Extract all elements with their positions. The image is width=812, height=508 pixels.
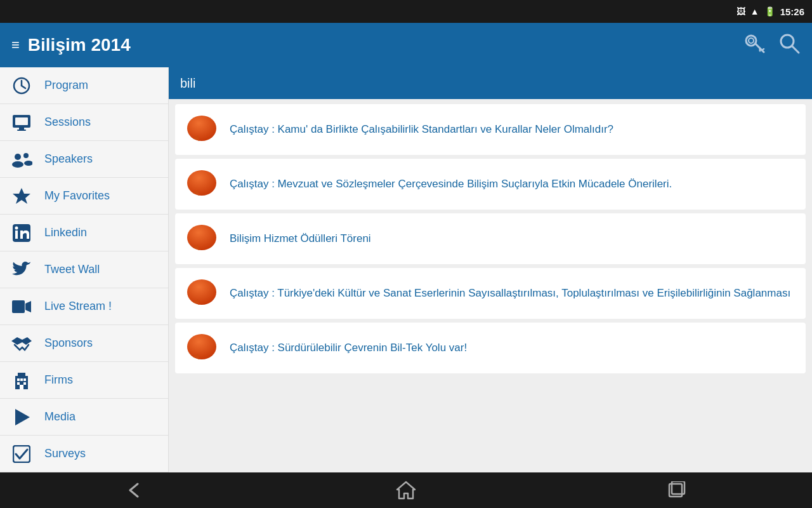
svg-point-1 xyxy=(749,38,754,43)
svg-line-9 xyxy=(22,86,25,88)
search-query[interactable]: bili xyxy=(180,76,195,91)
svg-point-43 xyxy=(187,279,216,305)
app-header: ≡ Bilişim 2014 xyxy=(0,23,812,67)
screen-icon xyxy=(10,114,33,131)
content-area: bili Çalışta xyxy=(169,67,812,472)
svg-point-37 xyxy=(187,116,216,141)
svg-rect-31 xyxy=(20,385,23,389)
sidebar-label-tweet-wall: Tweet Wall xyxy=(44,263,100,276)
chat-bubble-icon-2 xyxy=(185,168,218,201)
svg-rect-27 xyxy=(20,378,23,381)
sidebar-label-media: Media xyxy=(44,410,75,424)
sidebar-label-speakers: Speakers xyxy=(44,152,93,166)
sidebar-item-program[interactable]: Program xyxy=(0,67,168,104)
wifi-icon: ▲ xyxy=(750,6,759,17)
checkbox-icon xyxy=(10,445,33,463)
result-text-5: Çalıştay : Sürdürülebilir Çevrenin Bil-T… xyxy=(230,340,467,356)
sidebar-label-program: Program xyxy=(44,79,88,92)
result-item-4[interactable]: Çalıştay : Türkiye'deki Kültür ve Sanat … xyxy=(175,268,806,319)
sidebar-label-live-stream: Live Stream ! xyxy=(44,300,112,313)
svg-rect-25 xyxy=(18,373,25,377)
svg-point-45 xyxy=(187,334,216,359)
sidebar-item-live-stream[interactable]: Live Stream ! xyxy=(0,288,168,325)
hamburger-icon[interactable]: ≡ xyxy=(11,38,19,52)
svg-marker-18 xyxy=(13,188,30,204)
result-item-5[interactable]: Çalıştay : Sürdürülebilir Çevrenin Bil-T… xyxy=(175,323,806,373)
svg-marker-23 xyxy=(25,301,31,312)
gallery-icon: 🖼 xyxy=(737,6,745,17)
bottom-nav xyxy=(0,472,812,508)
svg-point-0 xyxy=(746,36,756,46)
svg-point-14 xyxy=(15,154,21,160)
svg-point-39 xyxy=(187,170,216,196)
recents-button[interactable] xyxy=(667,481,687,499)
svg-rect-11 xyxy=(15,117,28,125)
svg-rect-28 xyxy=(23,378,26,381)
sidebar-label-firms: Firms xyxy=(44,373,73,387)
linkedin-icon xyxy=(10,224,33,243)
building-icon xyxy=(10,371,33,390)
home-button[interactable] xyxy=(396,481,416,500)
chat-bubble-icon-3 xyxy=(185,222,218,255)
sidebar-item-media[interactable]: Media xyxy=(0,399,168,436)
result-list: Çalıştay : Kamu' da Birlikte Çalışabilir… xyxy=(169,99,812,378)
svg-rect-26 xyxy=(17,378,20,381)
svg-marker-47 xyxy=(397,482,415,498)
sidebar-item-surveys[interactable]: Surveys xyxy=(0,436,168,472)
back-button[interactable] xyxy=(125,481,145,499)
svg-rect-13 xyxy=(17,130,26,131)
svg-point-41 xyxy=(187,225,216,250)
app-title: Bilişim 2014 xyxy=(28,35,131,55)
svg-rect-20 xyxy=(15,231,18,239)
result-text-1: Çalıştay : Kamu' da Birlikte Çalışabilir… xyxy=(230,122,613,137)
result-text-4: Çalıştay : Türkiye'deki Kültür ve Sanat … xyxy=(230,286,790,301)
clock-icon xyxy=(10,76,33,95)
svg-rect-22 xyxy=(12,300,25,313)
chat-bubble-icon-1 xyxy=(185,113,218,146)
search-bar: bili xyxy=(169,67,812,99)
status-bar: 🖼 ▲ 🔋 15:26 xyxy=(0,0,812,23)
header-left: ≡ Bilişim 2014 xyxy=(11,35,131,55)
star-icon xyxy=(10,187,33,206)
sidebar-item-linkedin[interactable]: Linkedin xyxy=(0,215,168,251)
svg-point-15 xyxy=(12,161,23,168)
search-icon[interactable] xyxy=(778,32,801,59)
sidebar-item-sessions[interactable]: Sessions xyxy=(0,104,168,141)
twitter-icon xyxy=(10,262,33,278)
sidebar-item-favorites[interactable]: My Favorites xyxy=(0,178,168,215)
svg-point-17 xyxy=(24,161,32,166)
sidebar-label-sponsors: Sponsors xyxy=(44,337,93,350)
svg-point-21 xyxy=(15,226,18,229)
chat-bubble-icon-4 xyxy=(185,277,218,310)
sidebar-item-tweet-wall[interactable]: Tweet Wall xyxy=(0,251,168,288)
result-item-1[interactable]: Çalıştay : Kamu' da Birlikte Çalışabilir… xyxy=(175,104,806,155)
svg-line-6 xyxy=(792,46,799,53)
sidebar-item-speakers[interactable]: Speakers xyxy=(0,141,168,178)
main-layout: Program Sessions xyxy=(0,67,812,472)
battery-icon: 🔋 xyxy=(764,6,775,17)
result-item-3[interactable]: Bilişim Hizmet Ödülleri Töreni xyxy=(175,213,806,264)
result-text-2: Çalıştay : Mevzuat ve Sözleşmeler Çerçev… xyxy=(230,177,672,192)
key-icon[interactable] xyxy=(743,32,766,59)
sidebar-label-surveys: Surveys xyxy=(44,447,86,460)
result-item-2[interactable]: Çalıştay : Mevzuat ve Sözleşmeler Çerçev… xyxy=(175,159,806,210)
chat-bubble-icon-5 xyxy=(185,331,218,364)
sidebar: Program Sessions xyxy=(0,67,169,472)
sidebar-item-sponsors[interactable]: Sponsors xyxy=(0,325,168,362)
play-icon xyxy=(10,408,33,427)
result-text-3: Bilişim Hizmet Ödülleri Töreni xyxy=(230,231,371,246)
svg-point-16 xyxy=(23,153,29,158)
sidebar-label-linkedin: Linkedin xyxy=(44,226,87,239)
svg-rect-30 xyxy=(23,382,26,385)
svg-rect-12 xyxy=(19,128,24,130)
video-icon xyxy=(10,299,33,314)
sidebar-label-sessions: Sessions xyxy=(44,116,91,129)
handshake-icon xyxy=(10,335,33,352)
svg-marker-32 xyxy=(15,409,30,425)
svg-rect-29 xyxy=(17,382,20,385)
status-time: 15:26 xyxy=(780,6,804,17)
sidebar-item-firms[interactable]: Firms xyxy=(0,362,168,399)
svg-line-4 xyxy=(762,49,764,50)
sidebar-label-favorites: My Favorites xyxy=(44,189,110,203)
header-actions xyxy=(743,32,801,59)
